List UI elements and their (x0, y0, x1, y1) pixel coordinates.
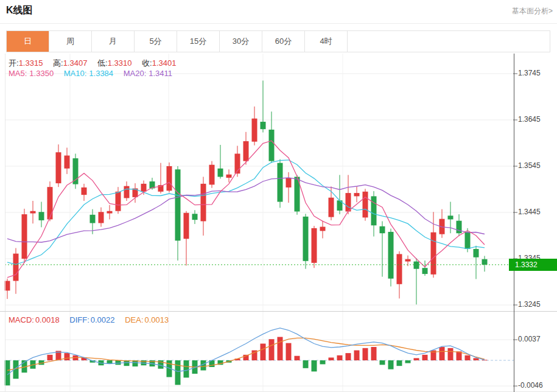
candle-body (192, 214, 198, 220)
candlestick-chart-canvas[interactable] (0, 52, 557, 392)
diff-label: DIFF: (69, 315, 89, 324)
macd-bar (380, 360, 385, 365)
candle-body (303, 217, 309, 261)
close-value: 1.3401 (152, 58, 177, 68)
macd-tick-label: -0.0046 (518, 381, 543, 390)
macd-bar (295, 356, 300, 360)
candle-body (56, 152, 61, 183)
diff-value: 0.0022 (91, 315, 115, 324)
tab-4hour[interactable]: 4时 (305, 31, 348, 52)
tab-5min[interactable]: 5分 (135, 31, 177, 52)
macd-bar (312, 360, 317, 371)
tab-week[interactable]: 周 (49, 31, 92, 52)
macd-bar (47, 355, 53, 360)
candle-body (218, 169, 223, 177)
candle-body (312, 228, 317, 263)
price-tick-label: 1.3445 (518, 208, 541, 216)
candle-body (354, 193, 360, 196)
macd-bar (388, 360, 394, 369)
macd-bar (337, 355, 343, 360)
candle-body (116, 192, 121, 211)
candle-body (124, 186, 130, 198)
ma-readout: MA5:1.3350 MA10:1.3384 MA20:1.3411 (9, 69, 180, 78)
candle-body (201, 184, 206, 222)
candle-body (320, 227, 326, 231)
macd-bar (422, 355, 428, 360)
candle-body (363, 192, 368, 218)
close-label: 收: (142, 58, 152, 68)
candle-body (465, 232, 471, 249)
dea-label: DEA: (125, 315, 143, 324)
tab-month[interactable]: 月 (92, 31, 135, 52)
macd-tick-label: 0.0037 (518, 335, 541, 343)
macd-bar (405, 360, 411, 363)
macd-label: MACD: (9, 315, 34, 324)
macd-bar (261, 344, 266, 360)
candle-body (380, 226, 385, 233)
open-value: 1.3315 (19, 58, 43, 68)
macd-bar (184, 360, 189, 377)
candle-body (209, 165, 215, 185)
macd-bar (465, 355, 471, 360)
candle-body (457, 221, 462, 234)
price-tick-label: 1.3545 (518, 161, 541, 170)
low-label: 低: (97, 58, 108, 68)
macd-bar (320, 360, 326, 364)
price-tick-label: 1.3645 (518, 115, 541, 124)
candle-body (141, 184, 147, 192)
candle-body (107, 211, 113, 214)
ma5-value: 1.3350 (29, 69, 54, 78)
price-tick-label: 1.3245 (518, 300, 541, 309)
candle-body (184, 213, 189, 239)
open-label: 开: (9, 58, 19, 68)
macd-bar (269, 339, 275, 360)
candle-body (414, 262, 419, 269)
ma20-value: 1.3411 (149, 69, 172, 78)
tab-day[interactable]: 日 (7, 31, 49, 52)
price-tick-label: 1.3745 (518, 69, 541, 77)
candle-body (422, 268, 428, 274)
ma20-label: MA20: (124, 69, 147, 78)
macd-bar (414, 358, 419, 360)
macd-bar (175, 360, 181, 385)
title-divider (0, 23, 557, 24)
candle-body (252, 119, 257, 142)
candle-body (269, 130, 275, 161)
candle-body (474, 249, 479, 257)
candle-body (167, 166, 172, 191)
macd-bar (363, 348, 368, 360)
candle-body (388, 232, 394, 279)
macd-bar (448, 348, 454, 360)
macd-bar (303, 360, 309, 368)
macd-bar (354, 351, 360, 360)
candle-body (448, 215, 454, 219)
candle-body (431, 233, 436, 275)
kline-widget: K线图 基本面分析> 日周月5分15分30分60分4时 开:1.3315 高:1… (0, 0, 557, 392)
macd-bar (482, 360, 488, 360)
diff-line (7, 328, 485, 375)
page-title: K线图 (6, 4, 33, 17)
candle-body (47, 187, 53, 219)
candle-body (405, 259, 411, 262)
candle-body (397, 254, 402, 284)
candle-body (329, 198, 334, 217)
macd-bar (278, 337, 283, 360)
candle-body (13, 254, 19, 281)
tab-15min[interactable]: 15分 (177, 31, 220, 52)
macd-bar (286, 343, 292, 360)
macd-bar (65, 353, 70, 360)
macd-bar (116, 360, 121, 365)
tab-60min[interactable]: 60分 (262, 31, 305, 52)
fundamental-analysis-link[interactable]: 基本面分析> (512, 6, 553, 16)
candle-body (286, 178, 292, 187)
candle-body (22, 214, 27, 259)
tab-30min[interactable]: 30分 (220, 31, 262, 52)
candle-body (226, 175, 232, 178)
macd-readout: MACD:0.0018 DIFF:0.0022 DEA:0.0013 (9, 315, 177, 324)
ma10-label: MA10: (64, 69, 87, 78)
current-price-tag: 1.3332 (509, 259, 557, 271)
low-value: 1.3310 (108, 58, 132, 68)
macd-bar (440, 347, 445, 360)
candle-body (371, 196, 377, 225)
candle-body (65, 156, 70, 169)
